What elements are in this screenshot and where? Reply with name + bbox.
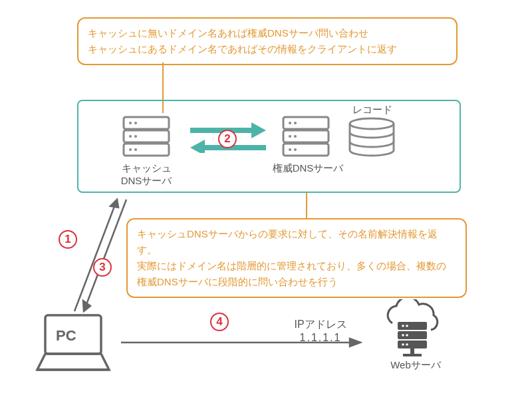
note-line: キャッシュDNSサーバからの要求に対して、その名前解決情報を返す。	[137, 226, 456, 258]
note-line: キャッシュに無いドメイン名あれば権威DNSサーバ問い合わせ	[88, 25, 447, 41]
svg-point-37	[406, 343, 408, 346]
svg-point-8	[134, 148, 137, 151]
svg-line-21	[84, 200, 126, 311]
cache-server-label: キャッシュ DNSサーバ	[120, 162, 173, 188]
svg-point-3	[129, 122, 132, 124]
web-server-icon	[379, 299, 446, 359]
svg-point-4	[134, 122, 137, 124]
server-icon	[120, 113, 173, 160]
svg-point-13	[294, 122, 297, 124]
svg-rect-30	[410, 348, 414, 354]
records-label: レコード	[349, 104, 396, 116]
ip-address: IPアドレス 1.1.1.1	[287, 318, 354, 344]
svg-point-32	[402, 325, 404, 327]
web-server-label: Webサーバ	[386, 359, 446, 372]
svg-point-35	[406, 334, 408, 337]
step-1-badge: 1	[59, 230, 77, 249]
note-line: キャッシュにあるドメイン名であればその情報をクライアントに返す	[88, 41, 447, 57]
svg-point-15	[294, 135, 297, 138]
database-icon	[346, 117, 398, 158]
auth-server-note: キャッシュDNSサーバからの要求に対して、その名前解決情報を返す。 実際にはドメ…	[126, 218, 467, 298]
step-3-badge: 3	[93, 258, 112, 277]
step-4-badge: 4	[210, 313, 229, 331]
svg-point-7	[129, 148, 132, 151]
server-icon	[279, 113, 332, 160]
connector-line	[306, 193, 307, 219]
svg-point-18	[350, 118, 394, 129]
cache-server-note: キャッシュに無いドメイン名あれば権威DNSサーバ問い合わせ キャッシュにあるドメ…	[77, 17, 458, 65]
svg-point-12	[289, 122, 291, 124]
note-line: 権威DNSサーバに段階的に問い合わせを行う	[137, 274, 456, 290]
pc-label: PC	[56, 327, 76, 344]
svg-rect-31	[403, 354, 422, 356]
svg-point-14	[289, 135, 291, 138]
svg-point-36	[402, 343, 404, 346]
note-line: 実際にはドメイン名は階層的に管理されており、多くの場合、複数の	[137, 258, 456, 274]
svg-point-6	[134, 135, 137, 138]
svg-point-16	[289, 148, 291, 151]
svg-point-17	[294, 148, 297, 151]
svg-line-19	[74, 200, 117, 311]
svg-point-34	[402, 334, 404, 337]
step-2-badge: 2	[218, 130, 237, 148]
svg-point-5	[129, 135, 132, 138]
request-response-arrows	[60, 193, 140, 319]
auth-server-label: 権威DNSサーバ	[271, 162, 344, 175]
svg-marker-20	[110, 200, 118, 207]
svg-point-33	[406, 325, 408, 327]
